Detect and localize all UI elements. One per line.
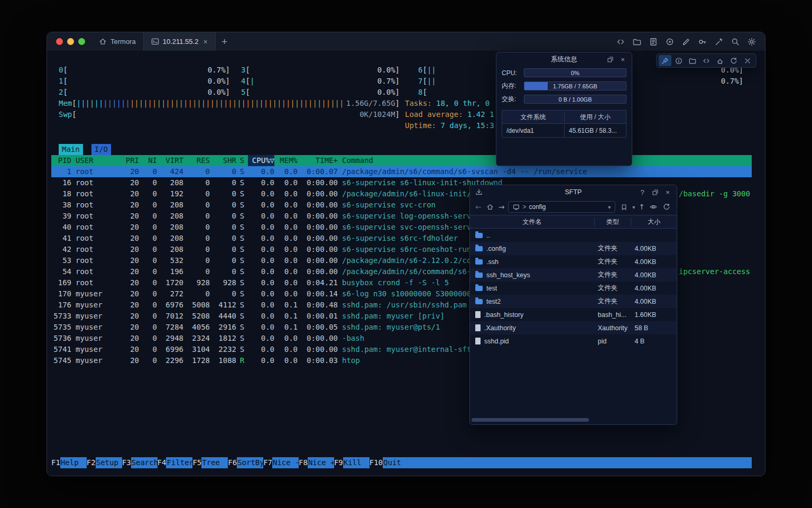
horizontal-scrollbar <box>472 418 675 422</box>
column-header-mem[interactable]: MEM% <box>274 155 298 166</box>
folder-icon[interactable] <box>686 55 699 66</box>
close-tab-icon[interactable]: × <box>203 38 207 46</box>
bookmark-icon[interactable] <box>619 202 629 212</box>
show-hidden-icon[interactable] <box>649 202 658 212</box>
fkey-help[interactable]: Help <box>60 457 87 468</box>
open-in-window-icon[interactable] <box>605 55 615 64</box>
settings-icon[interactable] <box>746 36 758 48</box>
fkey-kill[interactable]: Kill <box>343 457 370 468</box>
scrollbar-thumb[interactable] <box>472 418 589 422</box>
fkey-nice[interactable]: Nice + <box>308 457 334 468</box>
float-toolbar <box>656 53 756 68</box>
highlight-icon[interactable] <box>713 36 725 48</box>
help-icon[interactable]: ? <box>638 187 647 197</box>
tab-home-label: Termora <box>110 38 136 46</box>
cpu-meter-4: 4[|0.7%] <box>241 76 400 87</box>
column-header-ni[interactable]: NI <box>139 155 157 166</box>
cpu-meter-1: 1[0.0%] <box>59 76 230 87</box>
clear-icon[interactable] <box>714 55 726 66</box>
column-header-pid[interactable]: PID <box>51 155 71 166</box>
fkey-filter[interactable]: Filter <box>166 457 192 468</box>
tab-home[interactable]: Termora <box>91 32 143 51</box>
computer-icon <box>513 204 520 211</box>
forward-icon[interactable]: → <box>499 203 505 211</box>
fkey-quit[interactable]: Quit <box>383 457 409 468</box>
folder-icon[interactable] <box>631 36 643 48</box>
sftp-file-row[interactable]: .ssh文件夹4.00KB <box>470 255 677 268</box>
stat-line: Tasks: 18, 0 thr, 0 <box>405 98 494 109</box>
swap-progress-bar: 0 B / 1.00GB <box>524 95 626 104</box>
column-header-res[interactable]: RES <box>183 155 210 166</box>
open-in-window-icon[interactable] <box>650 187 660 197</box>
close-icon[interactable] <box>741 55 754 66</box>
home-icon <box>99 38 107 46</box>
fkey-nice[interactable]: Nice - <box>272 457 299 468</box>
sftp-file-row[interactable]: .config文件夹4.00KB <box>470 242 677 255</box>
record-icon[interactable] <box>664 36 676 48</box>
sftp-file-row[interactable]: test2文件夹4.00KB <box>470 295 677 308</box>
column-header-pri[interactable]: PRI <box>116 155 139 166</box>
traffic-lights <box>47 32 91 51</box>
fkey-setup[interactable]: Setup <box>96 457 122 468</box>
column-header-cpu[interactable]: CPU%▽ <box>248 155 274 166</box>
process-table-header: PIDUSERPRINIVIRTRESSHRSCPU%▽MEM%TIME+Com… <box>51 155 752 166</box>
process-row[interactable]: 1root20042400S0.00.00:00.07/package/admi… <box>51 166 752 177</box>
type-column-header[interactable]: 类型 <box>595 217 632 226</box>
fkey-number: F5 <box>192 457 201 468</box>
sftp-file-row[interactable]: .bash_historybash_hi...1.60KB <box>470 308 677 321</box>
filename-column-header[interactable]: 文件名 <box>470 217 595 226</box>
file-icon <box>475 338 481 344</box>
back-icon[interactable]: ← <box>475 203 482 211</box>
sftp-file-row[interactable]: ssh_host_keys文件夹4.00KB <box>470 268 677 282</box>
sftp-file-row[interactable]: .. <box>470 229 677 242</box>
htop-stats: Tasks: 18, 0 thr, 0Load average: 1.42 1U… <box>405 98 494 131</box>
zoom-window-button[interactable] <box>78 38 85 45</box>
close-icon[interactable]: × <box>663 187 672 197</box>
refresh-icon[interactable] <box>727 55 740 66</box>
fkey-number: F7 <box>263 457 272 468</box>
terminal-icon <box>151 38 159 46</box>
htop-tabs: Main I/O <box>59 144 111 155</box>
column-header-virt[interactable]: VIRT <box>157 155 183 166</box>
fkey-tree[interactable]: Tree <box>201 457 228 468</box>
pin-icon[interactable] <box>659 55 671 66</box>
close-icon[interactable]: × <box>618 55 628 64</box>
edit-icon[interactable] <box>680 36 692 48</box>
new-tab-button[interactable]: + <box>216 32 234 51</box>
cpu-meter-2: 2[0.0%] <box>59 87 230 98</box>
filesystem-column-header: 文件系统 <box>502 113 565 122</box>
home-icon[interactable] <box>485 202 495 212</box>
code-icon[interactable] <box>700 55 713 66</box>
fkey-search[interactable]: Search <box>131 457 158 468</box>
refresh-icon[interactable] <box>662 202 671 212</box>
fkey-sortby[interactable]: SortBy <box>237 457 263 468</box>
folder-icon <box>475 286 483 291</box>
search-icon[interactable] <box>730 36 741 48</box>
column-header-shr[interactable]: SHR <box>210 155 236 166</box>
fkey-number: F4 <box>158 457 167 468</box>
tab-connection[interactable]: 10.211.55.2 × <box>143 32 216 51</box>
minimize-window-button[interactable] <box>67 38 74 45</box>
upload-icon[interactable]: ↑ <box>639 203 645 211</box>
sftp-file-row[interactable]: .XauthorityXauthority58 B <box>470 321 677 334</box>
column-header-time[interactable]: TIME+ <box>298 155 338 166</box>
sftp-file-row[interactable]: sshd.pidpid4 B <box>470 334 677 348</box>
filesystem-table: 文件系统 使用 / 大小 /dev/vda145.61GB / 58.3... <box>502 110 626 138</box>
bookmark-chevron-icon[interactable]: ▾ <box>632 204 635 210</box>
size-column-header[interactable]: 大小 <box>631 217 677 226</box>
htop-tab-main[interactable]: Main <box>59 144 83 155</box>
chevron-down-icon[interactable]: ▾ <box>608 204 611 210</box>
code-icon[interactable] <box>615 36 626 48</box>
sysinfo-panel: 系统信息 × CPU: 0% 内存: 1.75GB / 7.65GB <box>496 52 632 166</box>
htop-tab-io[interactable]: I/O <box>91 144 111 155</box>
key-icon[interactable] <box>697 36 708 48</box>
close-window-button[interactable] <box>56 38 63 45</box>
path-breadcrumb[interactable]: > config ▾ <box>508 201 615 213</box>
column-header-s[interactable]: S <box>236 155 248 166</box>
macro-icon[interactable] <box>648 36 659 48</box>
info-icon[interactable] <box>672 55 685 66</box>
folder-icon <box>475 233 483 238</box>
column-header-user[interactable]: USER <box>71 155 116 166</box>
sftp-file-row[interactable]: test文件夹4.00KB <box>470 282 677 295</box>
memory-progress-text: 1.75GB / 7.65GB <box>524 82 626 90</box>
